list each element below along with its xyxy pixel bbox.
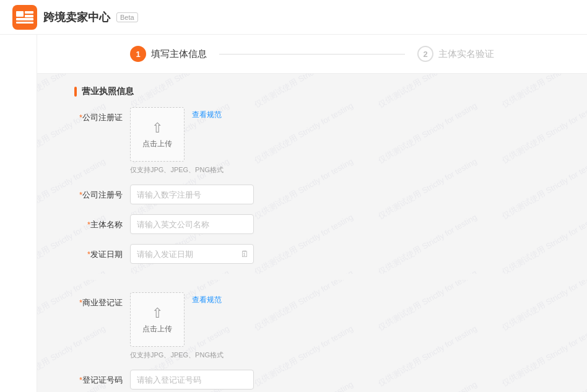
- upload-box-biz-cert[interactable]: ⇧ 点击上传: [130, 292, 185, 347]
- field-biz-cert: *商业登记证 ⇧ 点击上传 查看规范 仅支持JPG、JPEG、PNG格式: [74, 292, 550, 360]
- step-line: [219, 54, 405, 54]
- label-biz-cert: *商业登记证: [74, 292, 130, 308]
- input-company-reg-num[interactable]: [130, 185, 254, 204]
- beta-badge: Beta: [116, 12, 138, 22]
- section-title-business-license: 营业执照信息: [74, 86, 550, 97]
- content-area: 营业执照信息 *公司注册证 ⇧ 点击上传 查看规范 仅支持JPG、JPEG、PN…: [37, 74, 587, 392]
- date-input-wrap: 🗓: [130, 244, 254, 264]
- view-rule-company-cert[interactable]: 查看规范: [192, 107, 222, 120]
- field-register-cert-num: *登记证号码: [74, 370, 550, 390]
- field-issue-date: *发证日期 🗓: [74, 244, 550, 264]
- upload-icon-2: ⇧: [152, 305, 163, 321]
- svg-rect-1: [25, 11, 33, 14]
- svg-rect-3: [16, 18, 33, 20]
- svg-rect-2: [25, 15, 33, 17]
- input-issue-date[interactable]: [130, 244, 254, 264]
- main-content: (function(){ const wm = document.querySe…: [37, 35, 587, 392]
- upload-icon: ⇧: [152, 120, 163, 136]
- label-entity-name: *主体名称: [74, 214, 130, 230]
- step-2-circle: 2: [417, 46, 433, 62]
- field-company-cert: *公司注册证 ⇧ 点击上传 查看规范 仅支持JPG、JPEG、PNG格式: [74, 107, 550, 175]
- label-register-cert-num: *登记证号码: [74, 370, 130, 386]
- upload-area-biz-cert: ⇧ 点击上传 查看规范 仅支持JPG、JPEG、PNG格式: [130, 292, 224, 360]
- svg-rect-0: [16, 11, 24, 17]
- upload-hint-company-cert: 仅支持JPG、JPEG、PNG格式: [130, 165, 224, 175]
- step-2-label: 主体实名验证: [438, 48, 494, 60]
- logo: [12, 5, 37, 30]
- label-issue-date: *发证日期: [74, 244, 130, 260]
- step-2: 2 主体实名验证: [417, 46, 494, 62]
- site-title: 跨境卖家中心: [43, 10, 110, 25]
- label-company-cert: *公司注册证: [74, 107, 130, 123]
- label-company-reg-num: *公司注册号: [74, 185, 130, 201]
- field-entity-name: *主体名称: [74, 214, 550, 234]
- sidebar: [0, 35, 37, 392]
- upload-label-biz-cert: 点击上传: [142, 324, 172, 334]
- svg-rect-4: [16, 22, 33, 24]
- step-1-circle: 1: [130, 46, 146, 62]
- header: 跨境卖家中心 Beta: [0, 0, 587, 35]
- upload-hint-biz-cert: 仅支持JPG、JPEG、PNG格式: [130, 351, 224, 360]
- step-1: 1 填写主体信息: [130, 46, 207, 62]
- upload-area-company-cert: ⇧ 点击上传 查看规范 仅支持JPG、JPEG、PNG格式: [130, 107, 224, 175]
- view-rule-biz-cert[interactable]: 查看规范: [192, 292, 222, 305]
- upload-box-company-cert[interactable]: ⇧ 点击上传: [130, 107, 185, 162]
- input-register-cert-num[interactable]: [130, 370, 254, 390]
- field-company-reg-num: *公司注册号: [74, 185, 550, 204]
- upload-label-company-cert: 点击上传: [142, 139, 172, 149]
- step-1-label: 填写主体信息: [151, 48, 207, 60]
- steps-bar: 1 填写主体信息 2 主体实名验证: [37, 35, 587, 74]
- input-entity-name[interactable]: [130, 214, 254, 234]
- section-divider: [37, 274, 587, 280]
